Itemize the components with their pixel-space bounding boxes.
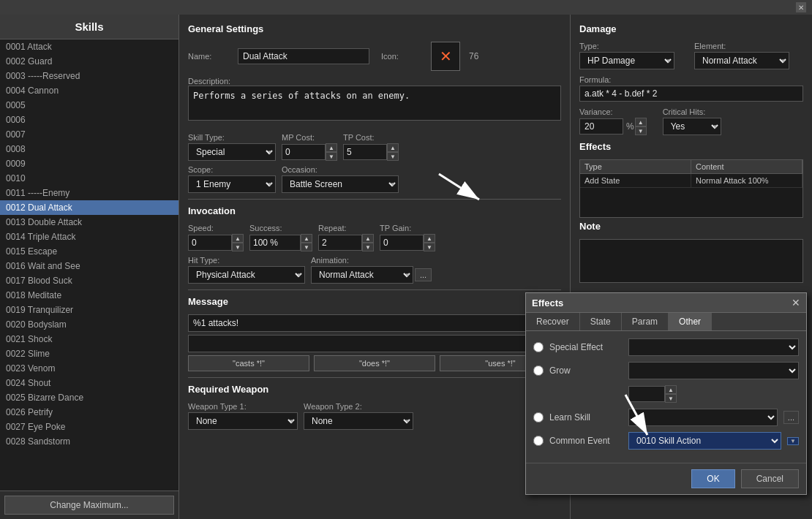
skill-item[interactable]: 0008 xyxy=(0,142,178,156)
popup-tab-other[interactable]: Other xyxy=(669,313,712,330)
name-input[interactable] xyxy=(238,48,369,64)
damage-element-select[interactable]: Normal AttackFireIce xyxy=(694,52,789,69)
skill-item[interactable]: 0015 Escape xyxy=(0,244,178,259)
popup-radio-0[interactable] xyxy=(533,342,544,352)
skill-item[interactable]: 0005 xyxy=(0,98,178,113)
message-input-1[interactable] xyxy=(188,314,561,332)
popup-radio-4[interactable] xyxy=(533,436,544,446)
repeat-up[interactable]: ▲ xyxy=(362,234,374,243)
tp-cost-input[interactable] xyxy=(343,144,387,160)
skill-item[interactable]: 0003 -----Reserved xyxy=(0,69,178,83)
tp-gain-input[interactable] xyxy=(380,235,424,251)
skill-type-select[interactable]: SpecialMagicPhysical xyxy=(188,143,276,161)
success-up[interactable]: ▲ xyxy=(301,234,312,243)
skill-item[interactable]: 0013 Double Attack xyxy=(0,215,178,230)
change-maximum-button[interactable]: Change Maximum... xyxy=(4,496,174,515)
skill-item[interactable]: 0006 xyxy=(0,113,178,127)
effects-content-header: Content xyxy=(691,160,802,173)
skill-item[interactable]: 0011 -----Enemy xyxy=(0,186,178,200)
skill-item[interactable]: 0021 Shock xyxy=(0,332,178,346)
speed-up[interactable]: ▲ xyxy=(232,234,244,243)
skill-item[interactable]: 0018 Meditate xyxy=(0,288,178,303)
skill-item[interactable]: 0014 Triple Attack xyxy=(0,230,178,244)
mp-cost-up[interactable]: ▲ xyxy=(326,143,337,152)
mp-cost-down[interactable]: ▼ xyxy=(326,152,337,161)
formula-label: Formula: xyxy=(579,75,803,84)
weapon-type-1-select[interactable]: NoneSwordAxe xyxy=(188,412,298,430)
popup-tab-state[interactable]: State xyxy=(580,313,622,330)
skill-item[interactable]: 0002 Guard xyxy=(0,54,178,69)
skill-item[interactable]: 0028 Sandstorm xyxy=(0,434,178,449)
popup-ok-button[interactable]: OK xyxy=(691,469,734,488)
popup-select-4[interactable]: 0010 Skill Action xyxy=(628,432,781,450)
formula-input[interactable] xyxy=(579,86,803,102)
tp-gain-down[interactable]: ▼ xyxy=(424,243,435,251)
tp-cost-down[interactable]: ▼ xyxy=(387,152,399,161)
description-input[interactable] xyxy=(188,86,561,121)
popup-dropdown-arrow[interactable]: ▼ xyxy=(787,437,799,445)
mp-cost-input[interactable] xyxy=(282,144,326,160)
skill-item[interactable]: 0020 Bodyslam xyxy=(0,317,178,332)
message-input-2[interactable] xyxy=(188,335,561,352)
speed-input[interactable] xyxy=(188,235,232,251)
popup-close-button[interactable]: ✕ xyxy=(792,297,800,308)
window-close-button[interactable]: ✕ xyxy=(796,2,806,12)
does-button[interactable]: "does *!" xyxy=(314,355,435,371)
icon-box[interactable]: ✕ xyxy=(431,42,460,71)
popup-dots-button[interactable]: ... xyxy=(783,411,799,424)
variance-up[interactable]: ▲ xyxy=(635,118,647,126)
popup-spinner-down[interactable]: ▼ xyxy=(665,394,677,403)
skill-item[interactable]: 0007 xyxy=(0,127,178,142)
skills-list[interactable]: 0001 Attack0002 Guard0003 -----Reserved0… xyxy=(0,39,178,490)
success-down[interactable]: ▼ xyxy=(301,243,312,251)
critical-hits-select[interactable]: YesNo xyxy=(663,118,721,135)
popup-tab-recover[interactable]: Recover xyxy=(526,313,580,330)
skill-item[interactable]: 0019 Tranquilizer xyxy=(0,303,178,317)
casts-button[interactable]: "casts *!" xyxy=(188,355,309,371)
animation-select[interactable]: Normal AttackNone xyxy=(311,266,413,284)
repeat-input[interactable] xyxy=(318,235,362,251)
skill-item[interactable]: 0010 xyxy=(0,171,178,186)
popup-radio-1[interactable] xyxy=(533,365,544,376)
skill-item[interactable]: 0025 Bizarre Dance xyxy=(0,390,178,405)
notes-textarea[interactable] xyxy=(579,239,803,283)
success-input[interactable] xyxy=(249,235,301,251)
skill-item[interactable]: 0026 Petrify xyxy=(0,405,178,420)
skill-item[interactable]: 0016 Wait and See xyxy=(0,259,178,273)
skill-item[interactable]: 0009 xyxy=(0,156,178,171)
tp-gain-input-row: ▲ ▼ xyxy=(380,234,435,251)
damage-type-select[interactable]: HP DamageHP RecoverMP DamageNone xyxy=(579,52,674,69)
animation-dots-button[interactable]: ... xyxy=(415,268,432,281)
skill-item[interactable]: 0024 Shout xyxy=(0,376,178,390)
popup-select-0[interactable] xyxy=(628,338,799,356)
occasion-select[interactable]: Battle ScreenAlwaysMenu xyxy=(282,175,399,193)
success-col: Success: ▲ ▼ xyxy=(249,224,312,251)
effects-table-row[interactable]: Add StateNormal Attack 100% xyxy=(580,174,802,188)
popup-spinner-input[interactable] xyxy=(628,386,665,402)
hit-type-select[interactable]: Physical AttackMagical AttackCertain Hit xyxy=(188,266,305,284)
popup-select-1[interactable] xyxy=(628,362,799,379)
popup-cancel-button[interactable]: Cancel xyxy=(741,469,799,488)
invocation-row1: Speed: ▲ ▼ Success: xyxy=(188,224,561,251)
skill-item[interactable]: 0027 Eye Poke xyxy=(0,420,178,434)
tp-gain-up[interactable]: ▲ xyxy=(424,234,435,243)
popup-tab-param[interactable]: Param xyxy=(622,313,669,330)
skill-item[interactable]: 0012 Dual Attack xyxy=(0,200,178,215)
effects-table[interactable]: Type Content Add StateNormal Attack 100% xyxy=(579,159,803,218)
skill-item[interactable]: 0001 Attack xyxy=(0,39,178,54)
skill-item[interactable]: 0023 Venom xyxy=(0,361,178,376)
variance-input[interactable] xyxy=(579,118,623,135)
repeat-down[interactable]: ▼ xyxy=(362,243,374,251)
tp-cost-label: TP Cost: xyxy=(343,133,399,142)
skill-item[interactable]: 0004 Cannon xyxy=(0,83,178,98)
scope-select[interactable]: 1 EnemyAll Enemies1 Ally xyxy=(188,175,276,193)
popup-spinner-up[interactable]: ▲ xyxy=(665,385,677,394)
skill-item[interactable]: 0017 Blood Suck xyxy=(0,273,178,288)
speed-down[interactable]: ▼ xyxy=(232,243,244,251)
popup-select-3[interactable] xyxy=(628,409,778,426)
tp-cost-up[interactable]: ▲ xyxy=(387,143,399,152)
weapon-type-2-select[interactable]: NoneSwordAxe xyxy=(304,412,413,430)
variance-down[interactable]: ▼ xyxy=(635,126,647,135)
popup-radio-3[interactable] xyxy=(533,412,544,423)
skill-item[interactable]: 0022 Slime xyxy=(0,346,178,361)
